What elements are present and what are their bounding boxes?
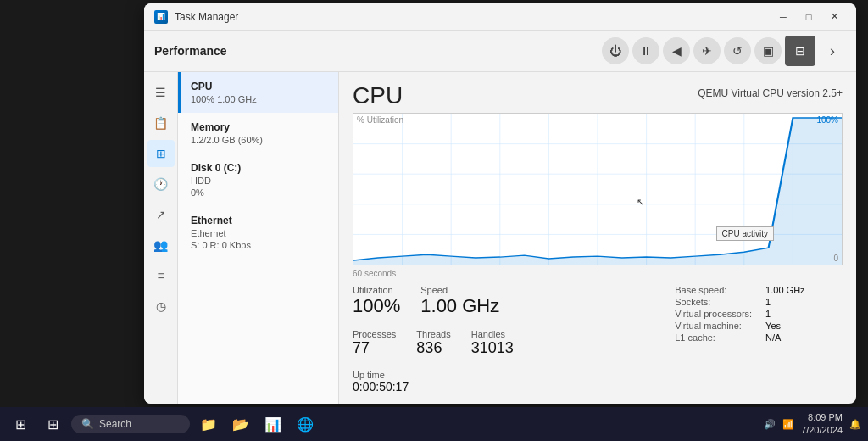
network-icon[interactable]: 📶 (782, 419, 794, 430)
sidebar-item-cpu[interactable]: CPU 100% 1.00 GHz (178, 72, 338, 113)
taskbar-start-icon[interactable]: ⊞ (39, 410, 66, 438)
taskbar-files-icon[interactable]: 📁 (195, 410, 222, 438)
vm-key: Virtual machine: (675, 321, 752, 331)
graph-bottom-right: 0 (833, 254, 838, 263)
handles-value: 31013 (471, 339, 514, 358)
speed-label: Speed (420, 285, 499, 295)
left-toolbar: ☰ 📋 ⊞ 🕐 ↗ 👥 ≡ ◷ (144, 72, 178, 404)
cpu-detail-panel: CPU QEMU Virtual CPU version 2.5+ % Util… (339, 72, 856, 404)
window-title: Task Manager (175, 11, 765, 23)
startup-icon[interactable]: ↗ (147, 201, 175, 228)
ethernet-label: Ethernet (191, 215, 328, 226)
history-icon[interactable]: 🕐 (147, 170, 175, 198)
taskbar-browser-icon[interactable]: 🌐 (292, 410, 319, 438)
threads-value: 836 (416, 339, 450, 358)
time-left-label: 60 seconds (353, 269, 396, 278)
volume-icon[interactable]: 🔊 (764, 419, 776, 430)
utilization-label: Utilization (353, 285, 400, 295)
base-speed-key: Base speed: (675, 285, 752, 295)
processes-value: 77 (353, 339, 396, 358)
window-body: ☰ 📋 ⊞ 🕐 ↗ 👥 ≡ ◷ CPU 100% 1.00 GHz Memory… (144, 72, 856, 404)
cpu-model: QEMU Virtual CPU version 2.5+ (698, 87, 843, 99)
taskbar-task-manager-icon[interactable]: 📊 (259, 410, 287, 438)
maximize-button[interactable]: □ (797, 8, 821, 25)
uptime-value: 0:00:50:17 (353, 380, 514, 394)
search-placeholder: Search (99, 418, 131, 430)
stats-row-1: Utilization 100% Speed 1.00 GHz (353, 285, 514, 317)
handles-group: Handles 31013 (471, 329, 514, 358)
cpu-header: CPU QEMU Virtual CPU version 2.5+ (353, 82, 843, 109)
minimize-button[interactable]: ─ (771, 8, 795, 25)
cpu-graph-svg (353, 114, 842, 265)
processes-group: Processes 77 (353, 329, 396, 358)
back-icon[interactable]: ◀ (663, 37, 690, 64)
refresh-icon[interactable]: ↺ (724, 37, 751, 64)
ethernet-sub3: S: 0 R: 0 Kbps (191, 240, 328, 250)
vproc-val: 1 (765, 309, 843, 319)
search-icon: 🔍 (81, 418, 94, 430)
cpu-label: CPU (191, 81, 328, 92)
performance-title: Performance (154, 44, 595, 58)
speed-value: 1.00 GHz (420, 295, 499, 317)
sidebar-item-memory[interactable]: Memory 1.2/2.0 GB (60%) (178, 113, 338, 154)
clock-time: 8:09 PM (801, 411, 843, 424)
services-icon[interactable]: ◷ (147, 293, 175, 320)
stats-left: Utilization 100% Speed 1.00 GHz Processe… (353, 285, 514, 394)
chevron-right-icon[interactable]: › (819, 37, 846, 64)
title-bar: 📊 Task Manager ─ □ ✕ (144, 3, 856, 31)
power-icon[interactable]: ⏻ (602, 37, 629, 64)
users-icon[interactable]: 👥 (147, 232, 175, 259)
close-button[interactable]: ✕ (822, 8, 846, 25)
processes-label: Processes (353, 329, 396, 339)
memory-label: Memory (191, 121, 328, 133)
task-manager-window: 📊 Task Manager ─ □ ✕ Performance ⏻ ⏸ ◀ ✈… (144, 3, 856, 404)
pause-icon[interactable]: ⏸ (632, 37, 659, 64)
vm-val: Yes (765, 321, 843, 331)
display-icon[interactable]: ▣ (754, 37, 782, 64)
notification-icon[interactable]: 🔔 (849, 419, 861, 430)
taskbar-right: 🔊 📶 8:09 PM 7/20/2024 🔔 (764, 411, 861, 438)
handles-label: Handles (471, 329, 514, 339)
taskbar-explorer-icon[interactable]: 📂 (227, 410, 254, 438)
disk-sub2: HDD (191, 176, 328, 186)
details-icon[interactable]: ≡ (147, 262, 175, 289)
vproc-key: Virtual processors: (675, 309, 752, 319)
performance-icon[interactable]: ⊞ (147, 140, 175, 167)
disk-label: Disk 0 (C:) (191, 162, 328, 174)
bottom-stats: Utilization 100% Speed 1.00 GHz Processe… (353, 285, 843, 394)
sockets-val: 1 (765, 297, 843, 307)
uptime-label: Up time (353, 370, 514, 380)
graph-top-right: 100% (816, 115, 838, 125)
right-toolbar: ⏻ ⏸ ◀ ✈ ↺ ▣ ⊟ › (602, 36, 846, 66)
utilization-group: Utilization 100% (353, 285, 400, 317)
taskbar-widgets-icon[interactable]: ⊞ (7, 410, 34, 438)
memory-sub: 1.2/2.0 GB (60%) (191, 135, 328, 145)
taskbar-clock: 8:09 PM 7/20/2024 (801, 411, 843, 438)
base-speed-val: 1.00 GHz (765, 285, 843, 295)
screen-icon[interactable]: ⊟ (785, 36, 815, 66)
speed-group: Speed 1.00 GHz (420, 285, 499, 317)
clock-date: 7/20/2024 (801, 424, 843, 437)
airplane-icon[interactable]: ✈ (693, 37, 721, 64)
processes-icon[interactable]: 📋 (147, 109, 175, 137)
cursor-indicator: ↖ (637, 197, 644, 208)
l1-val: N/A (765, 332, 843, 343)
stats-row-2: Processes 77 Threads 836 Handles 31013 (353, 329, 514, 358)
sockets-key: Sockets: (675, 297, 752, 307)
taskbar-search[interactable]: 🔍 Search (71, 415, 190, 433)
hamburger-icon[interactable]: ☰ (147, 79, 175, 106)
ethernet-sub2: Ethernet (191, 228, 328, 238)
sidebar-item-ethernet[interactable]: Ethernet Ethernet S: 0 R: 0 Kbps (178, 206, 338, 259)
threads-group: Threads 836 (416, 329, 450, 358)
sidebar-item-disk[interactable]: Disk 0 (C:) HDD 0% (178, 154, 338, 206)
cpu-graph-container: % Utilization 100% 0 (353, 113, 843, 265)
graph-y-label: % Utilization (357, 115, 403, 125)
cpu-sub: 100% 1.00 GHz (191, 94, 328, 104)
utilization-value: 100% (353, 295, 400, 317)
graph-time-labels: 60 seconds (353, 269, 843, 278)
taskbar: ⊞ ⊞ 🔍 Search 📁 📂 📊 🌐 🔊 📶 8:09 PM 7/20/20… (0, 407, 868, 441)
window-controls: ─ □ ✕ (771, 8, 846, 25)
app-icon: 📊 (154, 10, 168, 24)
uptime-group: Up time 0:00:50:17 (353, 370, 514, 394)
threads-label: Threads (416, 329, 450, 339)
